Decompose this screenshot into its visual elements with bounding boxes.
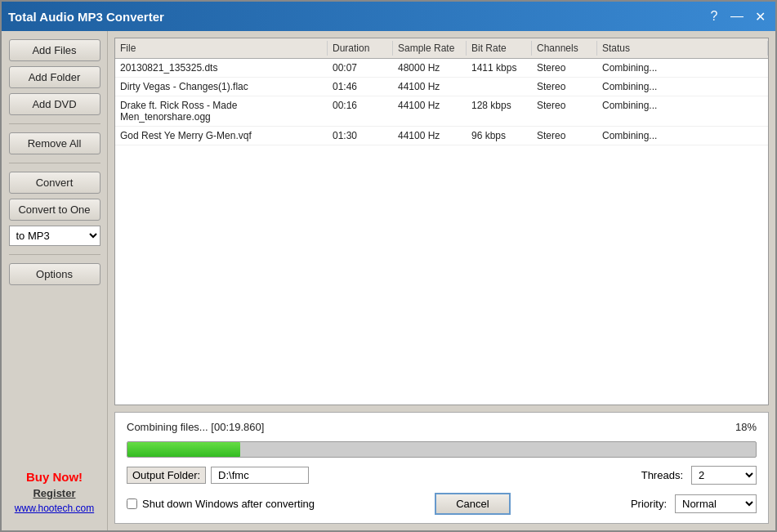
table-row[interactable]: 20130821_135325.dts 00:07 48000 Hz 1411 … [115, 59, 768, 78]
shutdown-label: Shut down Windows after converting [142, 498, 315, 510]
cell-samplerate: 44100 Hz [393, 79, 467, 94]
progress-label: Combining files... [00:19.860] [127, 421, 264, 433]
sidebar-divider-2 [9, 163, 100, 163]
remove-all-button[interactable]: Remove All [9, 132, 100, 154]
cell-channels: Stereo [532, 79, 597, 94]
cell-channels: Stereo [532, 98, 597, 124]
cell-channels: Stereo [532, 128, 597, 143]
main-window: Total Audio MP3 Converter ? — ✕ Add File… [0, 0, 777, 532]
content-area: File Duration Sample Rate Bit Rate Chann… [108, 31, 775, 530]
minimize-button[interactable]: — [728, 7, 746, 25]
options-button[interactable]: Options [9, 263, 100, 285]
priority-controls: Priority: Low Normal High [631, 494, 757, 513]
cell-channels: Stereo [532, 60, 597, 75]
column-header-bitrate: Bit Rate [467, 41, 532, 56]
cell-samplerate: 48000 Hz [393, 60, 467, 75]
progress-bar-fill [127, 442, 240, 457]
cell-samplerate: 44100 Hz [393, 98, 467, 124]
shutdown-row: Shut down Windows after converting [127, 498, 315, 510]
title-bar: Total Audio MP3 Converter ? — ✕ [2, 2, 775, 31]
progress-bar-background [127, 441, 757, 458]
priority-label: Priority: [631, 498, 667, 510]
sidebar-divider-3 [9, 254, 100, 255]
format-select[interactable]: to MP3 to WAV to OGG to FLAC to AAC [9, 226, 100, 246]
column-header-channels: Channels [532, 41, 597, 56]
convert-to-one-button[interactable]: Convert to One [9, 199, 100, 221]
threads-label: Threads: [641, 469, 683, 481]
add-folder-button[interactable]: Add Folder [9, 66, 100, 88]
buy-now-link[interactable]: Buy Now! [26, 470, 83, 484]
cell-file: Dirty Vegas - Changes(1).flac [115, 79, 328, 94]
add-files-button[interactable]: Add Files [9, 39, 100, 61]
progress-percent: 18% [735, 421, 757, 433]
cell-status: Combining... [597, 128, 768, 143]
title-bar-controls: ? — ✕ [705, 7, 769, 25]
table-row[interactable]: Drake ft. Rick Ross - Made Men_tenorshar… [115, 96, 768, 127]
output-folder-path: D:\fmc [211, 467, 309, 484]
help-button[interactable]: ? [705, 7, 723, 25]
table-row[interactable]: Dirty Vegas - Changes(1).flac 01:46 4410… [115, 78, 768, 96]
cell-bitrate: 1411 kbps [467, 60, 532, 75]
progress-header: Combining files... [00:19.860] 18% [127, 421, 757, 433]
progress-area: Combining files... [00:19.860] 18% Outpu… [114, 412, 769, 524]
column-header-status: Status [597, 41, 768, 56]
cell-duration: 00:07 [328, 60, 393, 75]
file-list-header: File Duration Sample Rate Bit Rate Chann… [115, 38, 768, 59]
shutdown-checkbox[interactable] [127, 498, 137, 509]
column-header-samplerate: Sample Rate [393, 41, 467, 56]
column-header-duration: Duration [328, 41, 393, 56]
window-title: Total Audio MP3 Converter [8, 10, 164, 24]
threads-select[interactable]: 1 2 4 8 [691, 466, 757, 485]
priority-select[interactable]: Low Normal High [675, 494, 757, 513]
file-list-container: File Duration Sample Rate Bit Rate Chann… [114, 38, 769, 405]
column-header-file: File [115, 41, 328, 56]
right-controls: Threads: 1 2 4 8 [641, 466, 757, 485]
cell-bitrate: 128 kbps [467, 98, 532, 124]
sidebar: Add Files Add Folder Add DVD Remove All … [2, 31, 108, 530]
output-folder-label: Output Folder: [127, 467, 206, 484]
sidebar-bottom: Buy Now! Register www.hootech.com [15, 470, 94, 522]
cell-duration: 00:16 [328, 98, 393, 124]
add-dvd-button[interactable]: Add DVD [9, 93, 100, 115]
cancel-button[interactable]: Cancel [435, 493, 510, 515]
cell-duration: 01:30 [328, 128, 393, 143]
cell-file: God Rest Ye Merry G-Men.vqf [115, 128, 328, 143]
cell-bitrate: 96 kbps [467, 128, 532, 143]
website-link[interactable]: www.hootech.com [15, 503, 94, 514]
output-folder-row: Output Folder: D:\fmc [127, 467, 309, 484]
convert-button[interactable]: Convert [9, 172, 100, 194]
cell-status: Combining... [597, 79, 768, 94]
main-area: Add Files Add Folder Add DVD Remove All … [2, 31, 775, 530]
cell-status: Combining... [597, 98, 768, 124]
table-row[interactable]: God Rest Ye Merry G-Men.vqf 01:30 44100 … [115, 127, 768, 145]
cell-bitrate [467, 79, 532, 94]
sidebar-divider-1 [9, 123, 100, 124]
controls-row: Output Folder: D:\fmc Threads: 1 2 4 8 [127, 466, 757, 485]
cell-file: 20130821_135325.dts [115, 60, 328, 75]
file-list-body: 20130821_135325.dts 00:07 48000 Hz 1411 … [115, 59, 768, 145]
register-link[interactable]: Register [33, 487, 75, 499]
cell-samplerate: 44100 Hz [393, 128, 467, 143]
cell-status: Combining... [597, 60, 768, 75]
cell-file: Drake ft. Rick Ross - Made Men_tenorshar… [115, 98, 328, 124]
close-button[interactable]: ✕ [751, 7, 769, 25]
bottom-row: Shut down Windows after converting Cance… [127, 493, 757, 515]
cell-duration: 01:46 [328, 79, 393, 94]
